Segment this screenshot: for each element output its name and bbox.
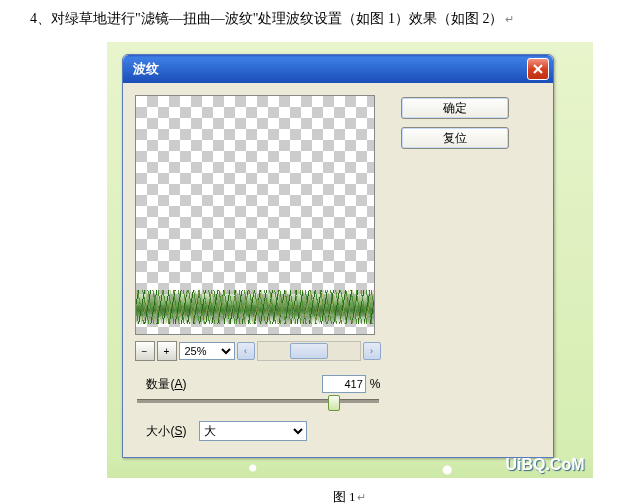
dialog-buttons: 确定 复位	[401, 95, 509, 445]
reset-button[interactable]: 复位	[401, 127, 509, 149]
scrollbar-thumb[interactable]	[290, 343, 328, 359]
close-button[interactable]	[527, 58, 549, 80]
size-label: 大小(S)	[135, 423, 199, 440]
titlebar[interactable]: 波纹	[123, 55, 553, 83]
return-mark: ↵	[505, 13, 514, 25]
watermark-text: UiBQ.CoM	[505, 456, 584, 474]
ripple-dialog: 波纹 − + 25% ‹	[122, 54, 554, 458]
zoom-controls: − + 25% ‹ ›	[135, 341, 381, 361]
close-icon	[532, 63, 544, 75]
zoom-select[interactable]: 25%	[179, 342, 235, 360]
scroll-left-button[interactable]: ‹	[237, 342, 255, 360]
dialog-title: 波纹	[133, 60, 159, 78]
dialog-body: − + 25% ‹ › 数量(A) %	[123, 83, 553, 457]
preview-box[interactable]	[135, 95, 375, 335]
screenshot-frame: 波纹 − + 25% ‹	[107, 42, 593, 478]
zoom-in-button[interactable]: +	[157, 341, 177, 361]
figure-caption: 图 1↵	[80, 488, 619, 504]
scroll-right-button[interactable]: ›	[363, 342, 381, 360]
size-select[interactable]: 大	[199, 421, 307, 441]
amount-row: 数量(A) %	[135, 375, 381, 393]
percent-label: %	[370, 377, 381, 391]
ok-button[interactable]: 确定	[401, 97, 509, 119]
size-row: 大小(S) 大	[135, 421, 381, 441]
grass-preview	[136, 290, 374, 324]
zoom-out-button[interactable]: −	[135, 341, 155, 361]
horizontal-scrollbar[interactable]	[257, 341, 361, 361]
amount-input[interactable]	[322, 375, 366, 393]
slider-handle[interactable]	[328, 395, 340, 411]
amount-label: 数量(A)	[135, 376, 199, 393]
figure-container: 波纹 − + 25% ‹	[0, 42, 619, 504]
amount-slider[interactable]	[137, 399, 379, 403]
instruction-paragraph: 4、对绿草地进行"滤镜—扭曲—波纹"处理波纹设置（如图 1）效果（如图 2）↵	[0, 0, 619, 42]
preview-panel: − + 25% ‹ › 数量(A) %	[135, 95, 381, 445]
instruction-text: 4、对绿草地进行"滤镜—扭曲—波纹"处理波纹设置（如图 1）效果（如图 2）	[30, 11, 503, 26]
return-mark: ↵	[357, 491, 366, 503]
